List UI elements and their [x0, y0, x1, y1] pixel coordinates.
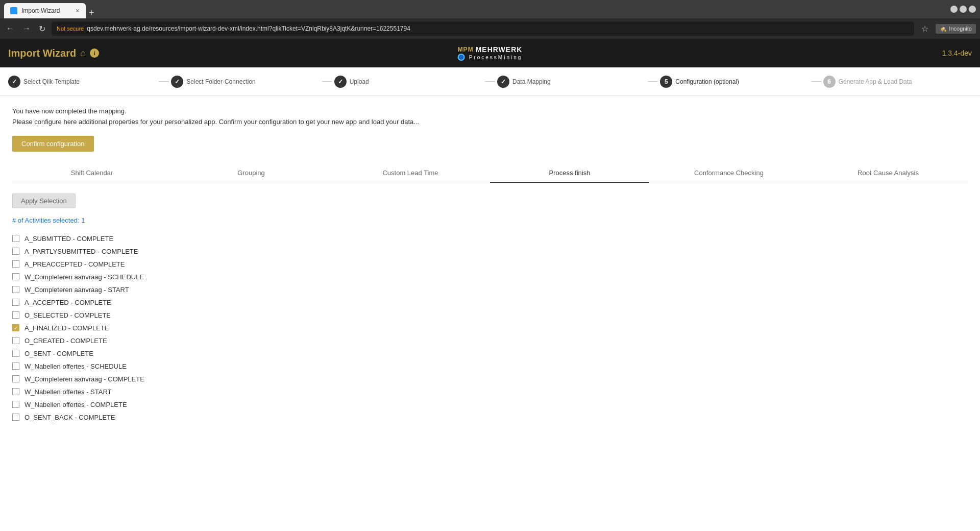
logo-mpm: MPM — [458, 46, 474, 53]
list-item: W_Completeren aanvraag - COMPLETE — [12, 373, 968, 385]
intro-line2: Please configure here additional propert… — [12, 117, 968, 128]
step-5-label: Configuration (optional) — [675, 78, 739, 85]
active-tab[interactable]: Import-Wizard × — [4, 3, 86, 18]
address-bar: ← → ↻ Not secure qsdev.mehrwerk-ag.de/re… — [0, 18, 980, 39]
bookmark-button[interactable]: ☆ — [918, 22, 932, 36]
apply-selection-button[interactable]: Apply Selection — [12, 194, 76, 208]
tab-title: Import-Wizard — [21, 7, 60, 14]
list-item: ✓ A_FINALIZED - COMPLETE — [12, 322, 968, 334]
activity-checkbox-1[interactable] — [12, 235, 19, 242]
activity-checkbox-11[interactable] — [12, 363, 19, 370]
activity-label-13: W_Nabellen offertes - START — [24, 388, 112, 396]
activity-checkbox-13[interactable] — [12, 388, 19, 395]
list-item: W_Nabellen offertes - COMPLETE — [12, 398, 968, 411]
step-1-label: Select Qlik-Template — [23, 78, 80, 85]
step-3[interactable]: ✓ Upload — [334, 76, 483, 88]
step-6[interactable]: 6 Generate App & Load Data — [823, 76, 972, 88]
tab-custom-lead-time[interactable]: Custom Lead Time — [331, 164, 490, 183]
step-3-circle: ✓ — [334, 76, 347, 88]
activity-checkbox-7[interactable] — [12, 311, 19, 319]
step-4-label: Data Mapping — [512, 78, 551, 85]
tab-conformance-checking[interactable]: Conformance Checking — [649, 164, 808, 183]
activity-label-5: W_Completeren aanvraag - START — [24, 286, 129, 294]
tab-process-finish[interactable]: Process finish — [490, 164, 649, 183]
step-2[interactable]: ✓ Select Folder-Connection — [171, 76, 320, 88]
logo-sub-row: ProcessMining — [458, 54, 523, 61]
activity-list: A_SUBMITTED - COMPLETE A_PARTLYSUBMITTED… — [12, 232, 968, 424]
activity-label-10: O_SENT - COMPLETE — [24, 350, 93, 357]
list-item: O_SELECTED - COMPLETE — [12, 309, 968, 322]
confirm-configuration-button[interactable]: Confirm configuration — [12, 136, 94, 152]
info-icon[interactable]: i — [90, 49, 99, 58]
app-header: Import Wizard ⌂ i MPM MEHRWERK ProcessMi… — [0, 39, 980, 67]
step-5[interactable]: 5 Configuration (optional) — [660, 76, 808, 88]
activity-label-8: A_FINALIZED - COMPLETE — [24, 324, 109, 332]
step-2-circle: ✓ — [171, 76, 183, 88]
window-minimize-button[interactable] — [950, 6, 958, 13]
incognito-label: Incognito — [949, 26, 972, 32]
configuration-tabs: Shift Calendar Grouping Custom Lead Time… — [12, 164, 968, 183]
address-text: qsdev.mehrwerk-ag.de/resources/import-wi… — [87, 25, 410, 32]
home-icon[interactable]: ⌂ — [80, 48, 86, 59]
activity-checkbox-10[interactable] — [12, 350, 19, 357]
tab-shift-calendar[interactable]: Shift Calendar — [12, 164, 172, 183]
list-item: O_SENT - COMPLETE — [12, 347, 968, 360]
activity-checkbox-8[interactable]: ✓ — [12, 324, 19, 331]
list-item: A_SUBMITTED - COMPLETE — [12, 232, 968, 245]
tab-close-button[interactable]: × — [76, 7, 80, 15]
security-warning: Not secure — [57, 26, 84, 32]
activity-label-14: W_Nabellen offertes - COMPLETE — [24, 401, 127, 408]
tab-favicon — [10, 7, 17, 14]
activity-checkbox-6[interactable] — [12, 299, 19, 306]
step-6-label: Generate App & Load Data — [839, 78, 912, 85]
activity-label-4: W_Completeren aanvraag - SCHEDULE — [24, 273, 144, 281]
activity-checkbox-4[interactable] — [12, 273, 19, 280]
browser-chrome: Import-Wizard × + — [0, 0, 980, 18]
main-content: You have now completed the mapping. Plea… — [0, 96, 980, 531]
activity-checkbox-2[interactable] — [12, 248, 19, 255]
activity-checkbox-14[interactable] — [12, 401, 19, 408]
step-divider-3 — [485, 81, 495, 82]
list-item: W_Completeren aanvraag - START — [12, 283, 968, 296]
step-1[interactable]: ✓ Select Qlik-Template — [8, 76, 157, 88]
list-item: W_Nabellen offertes - SCHEDULE — [12, 360, 968, 373]
step-5-circle: 5 — [660, 76, 672, 88]
logo-sub-text: ProcessMining — [469, 55, 523, 60]
logo-text: MPM MEHRWERK — [458, 45, 523, 54]
window-controls — [950, 6, 976, 13]
tab-grouping[interactable]: Grouping — [172, 164, 331, 183]
list-item: O_CREATED - COMPLETE — [12, 334, 968, 347]
activity-label-7: O_SELECTED - COMPLETE — [24, 311, 111, 319]
logo-brand: MEHRWERK — [476, 45, 523, 54]
list-item: W_Completeren aanvraag - SCHEDULE — [12, 271, 968, 283]
step-divider-5 — [811, 81, 821, 82]
activity-checkbox-9[interactable] — [12, 337, 19, 344]
activity-checkbox-3[interactable] — [12, 260, 19, 268]
step-4[interactable]: ✓ Data Mapping — [497, 76, 646, 88]
tab-root-cause-analysis[interactable]: Root Cause Analysis — [808, 164, 968, 183]
activity-checkbox-15[interactable] — [12, 414, 19, 421]
step-2-label: Select Folder-Connection — [186, 78, 255, 85]
list-item: A_ACCEPTED - COMPLETE — [12, 296, 968, 309]
activity-checkbox-5[interactable] — [12, 286, 19, 293]
step-6-circle: 6 — [823, 76, 836, 88]
activity-label-12: W_Completeren aanvraag - COMPLETE — [24, 375, 144, 383]
back-button[interactable]: ← — [4, 22, 16, 35]
forward-button[interactable]: → — [20, 22, 33, 35]
activities-count-value: 1 — [81, 216, 85, 224]
tab-content-process-finish: Apply Selection # of Activities selected… — [12, 183, 968, 434]
step-divider-1 — [159, 81, 169, 82]
step-divider-4 — [648, 81, 658, 82]
new-tab-button[interactable]: + — [86, 8, 97, 18]
window-close-button[interactable] — [969, 6, 976, 13]
logo-circle-icon — [458, 54, 465, 61]
app-title-text: Import Wizard — [8, 47, 76, 59]
reload-button[interactable]: ↻ — [37, 22, 47, 36]
window-maximize-button[interactable] — [960, 6, 967, 13]
activity-checkbox-12[interactable] — [12, 375, 19, 382]
address-input-container[interactable]: Not secure qsdev.mehrwerk-ag.de/resource… — [52, 21, 914, 36]
activity-label-9: O_CREATED - COMPLETE — [24, 337, 107, 345]
step-4-circle: ✓ — [497, 76, 509, 88]
logo-center: MPM MEHRWERK ProcessMining — [458, 45, 523, 61]
intro-line1: You have now completed the mapping. — [12, 106, 968, 117]
